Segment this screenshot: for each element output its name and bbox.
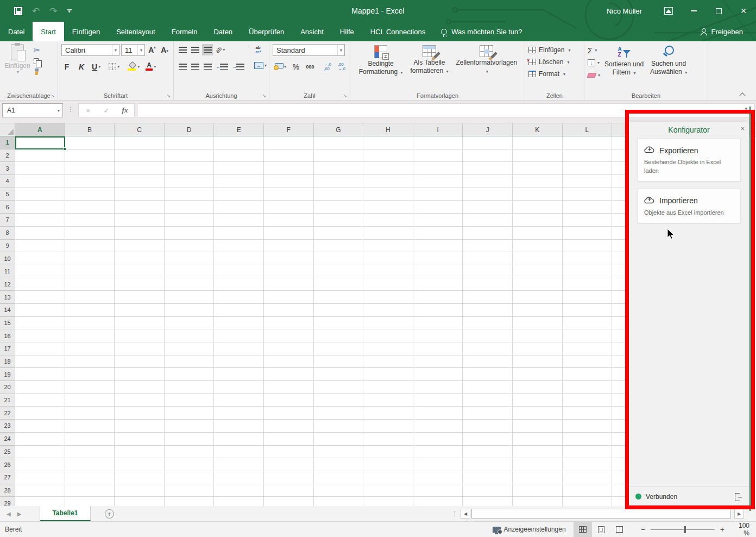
grid-cell-C19[interactable]	[115, 368, 165, 381]
grid-cell-H2[interactable]	[363, 149, 413, 163]
grid-cell-G28[interactable]	[314, 484, 364, 497]
grid-cell-G24[interactable]	[314, 433, 364, 446]
save-icon[interactable]	[14, 7, 22, 15]
grid-cell-K28[interactable]	[513, 484, 563, 497]
tab-seitenlayout[interactable]: Seitenlayout	[108, 22, 163, 41]
grid-cell-B21[interactable]	[65, 394, 115, 407]
grid-cell-F22[interactable]	[264, 407, 314, 420]
grid-cell-J24[interactable]	[463, 433, 513, 446]
align-top-button[interactable]	[177, 44, 188, 55]
grid-cell-L8[interactable]	[563, 227, 613, 240]
scroll-right-button[interactable]: ▶	[734, 509, 744, 519]
sheet-nav-right-icon[interactable]: ▶	[17, 506, 28, 521]
grid-cell-A8[interactable]	[15, 227, 65, 240]
row-header-12[interactable]: 12	[0, 278, 15, 291]
tab-daten[interactable]: Daten	[205, 22, 241, 41]
grid-cell-F2[interactable]	[264, 149, 314, 163]
grid-cell-J23[interactable]	[463, 420, 513, 433]
row-header-5[interactable]: 5	[0, 188, 15, 201]
grid-cell-F5[interactable]	[264, 188, 314, 201]
tab-hcl-connections[interactable]: HCL Connections	[362, 22, 433, 41]
row-header-15[interactable]: 15	[0, 317, 15, 330]
grid-cell-L9[interactable]	[563, 240, 613, 253]
grid-cell-B8[interactable]	[65, 227, 115, 240]
grid-cell-J15[interactable]	[463, 317, 513, 330]
format-cells-button[interactable]: Format▾	[528, 68, 582, 80]
grid-cell-A15[interactable]	[15, 317, 65, 330]
grid-cell-J16[interactable]	[463, 329, 513, 342]
fill-color-button[interactable]: ▾	[127, 61, 141, 72]
grid-cell-G20[interactable]	[314, 381, 364, 394]
align-middle-button[interactable]	[190, 44, 200, 55]
grid-cell-D23[interactable]	[165, 420, 215, 433]
grid-cell-G1[interactable]	[314, 136, 364, 149]
zoom-in-button[interactable]: +	[720, 525, 724, 534]
grid-cell-K22[interactable]	[513, 407, 563, 420]
grid-cell-G19[interactable]	[314, 368, 364, 381]
grid-cell-E21[interactable]	[214, 394, 264, 407]
grid-cell-B20[interactable]	[65, 381, 115, 394]
increase-indent-button[interactable]: →	[231, 61, 245, 72]
grid-cell-K6[interactable]	[513, 201, 563, 214]
cut-icon[interactable]: ✂	[34, 46, 42, 54]
grid-cell-F8[interactable]	[264, 227, 314, 240]
increase-decimal-button[interactable]: ←,0 ,00	[322, 61, 333, 72]
grid-cell-J12[interactable]	[463, 278, 513, 291]
grid-cell-G27[interactable]	[314, 471, 364, 484]
grid-cell-D6[interactable]	[165, 201, 215, 214]
grid-cell-A13[interactable]	[15, 291, 65, 304]
grid-cell-C29[interactable]	[115, 497, 165, 506]
grid-cell-A17[interactable]	[15, 342, 65, 355]
grid-cell-D22[interactable]	[165, 407, 215, 420]
column-header-H[interactable]: H	[363, 123, 413, 136]
grid-cell-G6[interactable]	[314, 201, 364, 214]
grid-cell-A28[interactable]	[15, 484, 65, 497]
grid-cell-E3[interactable]	[214, 162, 264, 175]
grid-cell-E7[interactable]	[214, 214, 264, 227]
grid-cell-H23[interactable]	[363, 420, 413, 433]
number-format-select[interactable]: Standard ▾	[273, 44, 345, 56]
grid-cell-C10[interactable]	[115, 252, 165, 265]
column-header-D[interactable]: D	[165, 123, 215, 136]
grid-cell-K1[interactable]	[513, 136, 563, 149]
redo-icon[interactable]: ↷	[49, 5, 57, 17]
grid-cell-F7[interactable]	[264, 214, 314, 227]
grid-cell-H7[interactable]	[363, 214, 413, 227]
grid-cell-E9[interactable]	[214, 240, 264, 253]
column-header-I[interactable]: I	[413, 123, 463, 136]
grid-cell-H3[interactable]	[363, 162, 413, 175]
collapse-ribbon-icon[interactable]	[740, 92, 745, 97]
minimize-button[interactable]	[681, 0, 706, 22]
grid-cell-L1[interactable]	[563, 136, 613, 149]
row-header-6[interactable]: 6	[0, 201, 15, 214]
grid-cell-B25[interactable]	[65, 446, 115, 459]
grid-cell-F11[interactable]	[264, 265, 314, 278]
borders-button[interactable]: ▾	[108, 61, 121, 72]
grid-cell-G16[interactable]	[314, 329, 364, 342]
tab-hilfe[interactable]: Hilfe	[332, 22, 362, 41]
grid-cell-J11[interactable]	[463, 265, 513, 278]
zoom-slider-handle[interactable]	[684, 526, 686, 533]
grid-cell-D18[interactable]	[165, 355, 215, 369]
grid-cell-G10[interactable]	[314, 252, 364, 265]
grid-cell-B22[interactable]	[65, 407, 115, 420]
grid-cell-L16[interactable]	[563, 329, 613, 342]
grid-cell-K18[interactable]	[513, 355, 563, 369]
row-header-1[interactable]: 1	[0, 136, 15, 149]
grid-cell-I10[interactable]	[413, 252, 463, 265]
grid-cell-D24[interactable]	[165, 433, 215, 446]
grid-cell-K13[interactable]	[513, 291, 563, 304]
grid-cell-H13[interactable]	[363, 291, 413, 304]
grid-cell-L3[interactable]	[563, 162, 613, 175]
grid-cell-K14[interactable]	[513, 304, 563, 317]
grid-cell-F9[interactable]	[264, 240, 314, 253]
column-header-K[interactable]: K	[513, 123, 563, 136]
grid-cell-A1[interactable]	[15, 136, 65, 149]
grid-cell-L24[interactable]	[563, 433, 613, 446]
grid-cell-K25[interactable]	[513, 446, 563, 459]
row-header-26[interactable]: 26	[0, 458, 15, 471]
row-header-22[interactable]: 22	[0, 407, 15, 420]
grid-cell-K8[interactable]	[513, 227, 563, 240]
grid-cell-J1[interactable]	[463, 136, 513, 149]
decrease-indent-button[interactable]: ←	[215, 61, 229, 72]
